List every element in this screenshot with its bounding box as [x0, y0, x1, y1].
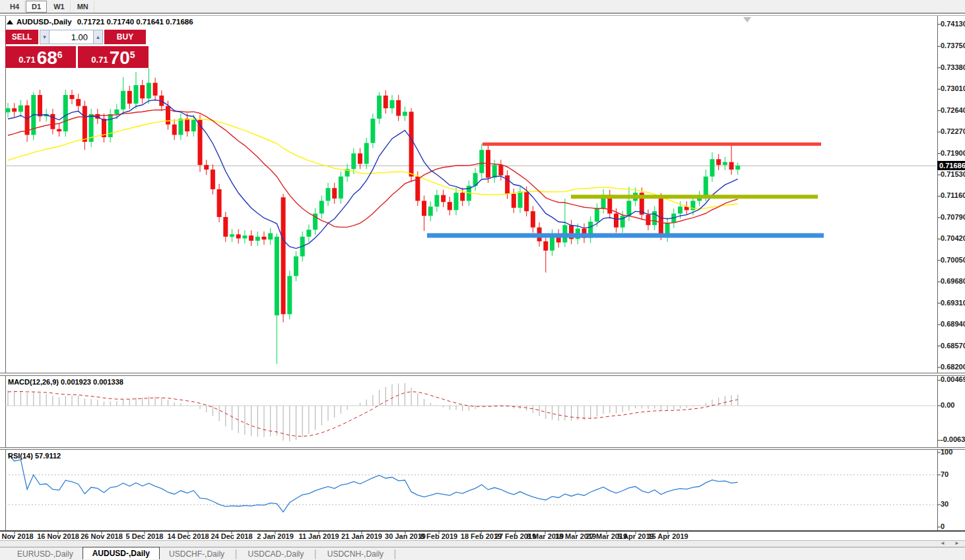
price-axis-label: 0.74130: [941, 20, 965, 28]
horizontal-scrollbar[interactable]: ◄ ►: [0, 540, 965, 547]
date-axis-label: 11 Jan 2019: [298, 532, 339, 540]
chart-title: AUDUSD-,Daily0.71721 0.71740 0.71641 0.7…: [7, 18, 193, 26]
tab-separator: │: [234, 547, 239, 560]
sell-price-prefix: 0.71: [18, 55, 35, 65]
candle: [83, 106, 87, 142]
candle: [76, 99, 81, 106]
volume-input[interactable]: 1.00: [50, 30, 93, 44]
sell-button[interactable]: SELL: [5, 30, 38, 44]
collapse-triangle-icon[interactable]: [7, 20, 13, 24]
scroll-left-icon[interactable]: ◄: [940, 540, 945, 546]
candle: [166, 106, 170, 125]
macd-axis-label: -0.00639: [941, 435, 965, 443]
macd-value: 0.001923: [61, 378, 91, 386]
macd-pane[interactable]: [5, 383, 937, 441]
candle: [178, 119, 183, 135]
candle: [377, 96, 382, 119]
price-pane[interactable]: [5, 69, 937, 364]
buy-price-big: 70: [110, 49, 130, 67]
candle: [409, 111, 414, 176]
price-axis-label: 0.70050: [941, 256, 965, 264]
macd-signal-value: 0.001338: [93, 378, 123, 386]
candle: [63, 95, 68, 131]
axis-ticks: [15, 24, 941, 534]
volume-decrease-button[interactable]: ▼: [40, 30, 50, 44]
date-axis-label: 26 Nov 2018: [81, 532, 123, 540]
tab-separator: │: [313, 547, 318, 560]
price-axis-label: 0.68200: [941, 363, 965, 371]
candle: [729, 162, 734, 170]
candle: [498, 165, 503, 175]
candle: [332, 188, 337, 199]
candle: [326, 188, 331, 201]
price-axis-label: 0.71160: [941, 191, 965, 199]
candle: [428, 206, 433, 216]
rsi-axis-label: 100: [941, 448, 952, 456]
chart-tab-eurusd[interactable]: EURUSD-,Daily: [8, 547, 83, 560]
candle: [153, 83, 158, 96]
sell-price-display[interactable]: 0.71 68 6: [5, 46, 76, 68]
candle: [351, 154, 356, 170]
chart-tab-bar: EURUSD-,DailyAUDUSD-,DailyUSDCHF-,Daily│…: [0, 547, 965, 560]
candle: [319, 201, 324, 213]
candle: [492, 165, 497, 177]
candle: [134, 85, 139, 104]
symbol-label: AUDUSD-,Daily: [17, 18, 72, 26]
price-axis-label: 0.73750: [941, 42, 965, 49]
rsi-axis-label: 0: [941, 522, 945, 530]
rsi-value: 57.9112: [35, 452, 61, 460]
sell-price-sup: 6: [57, 49, 63, 60]
autoscroll-marker-icon[interactable]: [743, 17, 751, 22]
candle: [710, 159, 715, 176]
candle: [364, 143, 369, 164]
date-axis-label: 30 Jan 2019: [385, 532, 426, 540]
date-axis-label: 21 Jan 2019: [341, 532, 382, 540]
candle: [358, 154, 362, 164]
candle: [114, 109, 119, 114]
price-axis-label: 0.70420: [941, 234, 965, 242]
candle: [479, 150, 484, 173]
chart-tab-audusd[interactable]: AUDUSD-,Daily: [83, 547, 160, 559]
candle: [403, 111, 407, 115]
chart-tab-usdcad[interactable]: USDCAD-,Daily: [239, 547, 314, 560]
date-axis-label: 16 Nov 2018: [37, 532, 79, 540]
buy-price-sup: 5: [130, 49, 135, 60]
candle: [255, 237, 260, 241]
candle: [287, 276, 292, 314]
date-axis-label: 8 Feb 2019: [420, 532, 457, 540]
buy-price-display[interactable]: 0.71 70 5: [78, 46, 149, 68]
chart-tab-usdchf[interactable]: USDCHF-,Daily: [160, 547, 234, 560]
rsi-axis-label: 30: [941, 500, 948, 508]
candle: [236, 234, 241, 238]
candle: [140, 85, 145, 98]
candle: [294, 257, 298, 276]
candle: [704, 177, 708, 197]
candle: [38, 95, 42, 116]
candle: [595, 208, 599, 222]
date-axis-label: 24 Dec 2018: [211, 532, 253, 540]
buy-button[interactable]: BUY: [104, 30, 146, 44]
candle: [370, 119, 375, 143]
candle: [12, 108, 17, 111]
candle: [723, 162, 727, 165]
candle: [281, 197, 286, 314]
price-axis-label: 0.72640: [941, 106, 965, 114]
candle: [518, 191, 523, 208]
candle: [383, 96, 388, 108]
macd-axis-label: 0.004694: [941, 375, 965, 383]
candle: [230, 234, 234, 237]
chart-area[interactable]: [0, 0, 965, 560]
volume-increase-button[interactable]: ▲: [93, 30, 103, 44]
price-axis-label: 0.70790: [941, 213, 965, 221]
price-axis-label: 0.73380: [941, 63, 965, 71]
candle: [422, 201, 426, 216]
date-axis-label: 2 Jan 2019: [257, 532, 294, 540]
candle: [211, 170, 215, 189]
date-axis-label: 15 Apr 2019: [648, 532, 688, 540]
candle: [524, 191, 529, 211]
candle: [275, 237, 279, 315]
rsi-pane[interactable]: [5, 454, 937, 513]
candle: [339, 177, 343, 199]
scroll-right-icon[interactable]: ►: [954, 540, 960, 546]
chart-tab-usdcnh[interactable]: USDCNH-,Daily: [318, 547, 393, 560]
